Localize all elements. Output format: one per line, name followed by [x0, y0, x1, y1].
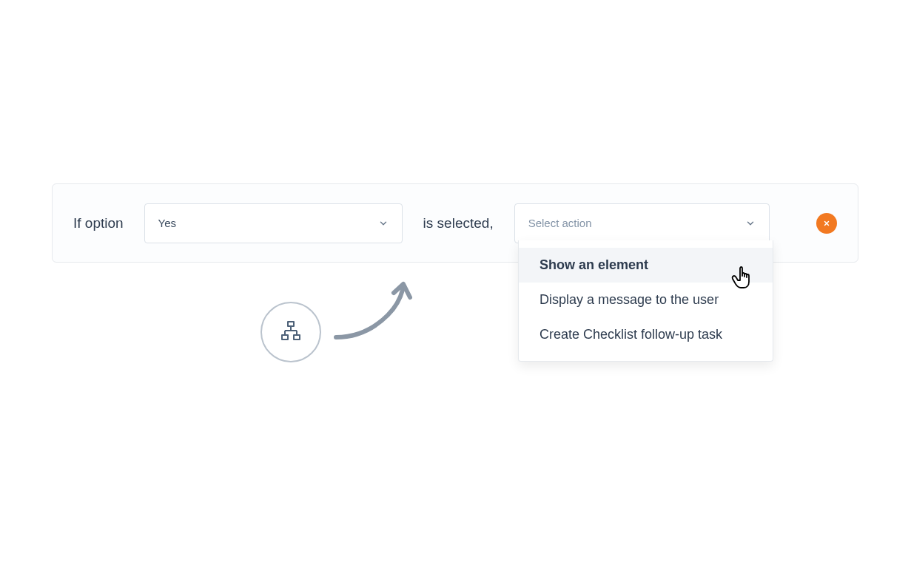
arrow-curve-icon	[329, 280, 425, 356]
dropdown-item-show-element[interactable]: Show an element	[519, 248, 773, 283]
dropdown-item-create-checklist[interactable]: Create Checklist follow-up task	[519, 317, 773, 352]
action-dropdown-menu: Show an element Display a message to the…	[518, 240, 773, 362]
action-select-placeholder: Select action	[528, 217, 592, 229]
chevron-down-icon	[378, 218, 389, 229]
workflow-node-icon	[260, 302, 321, 362]
if-option-label: If option	[73, 215, 124, 232]
dropdown-item-display-message[interactable]: Display a message to the user	[519, 283, 773, 317]
sitemap-icon	[279, 319, 303, 345]
is-selected-label: is selected,	[423, 215, 494, 232]
chevron-down-icon	[745, 218, 756, 229]
action-select[interactable]: Select action	[514, 203, 770, 243]
svg-rect-3	[282, 335, 288, 339]
svg-rect-2	[288, 322, 294, 326]
option-select-value: Yes	[158, 217, 176, 229]
close-icon	[823, 220, 830, 227]
option-select[interactable]: Yes	[144, 203, 403, 243]
svg-rect-4	[294, 335, 300, 339]
remove-rule-button[interactable]	[816, 213, 837, 234]
